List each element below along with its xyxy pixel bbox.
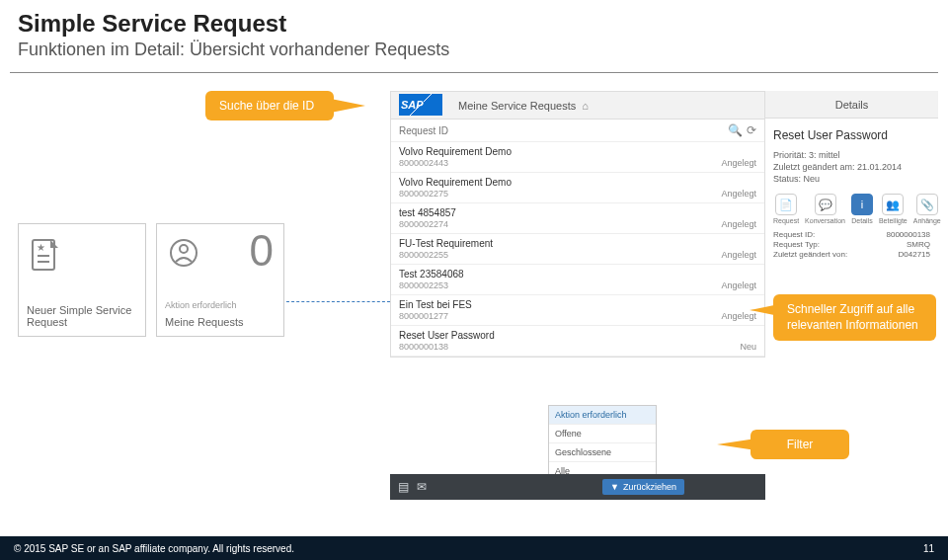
- list-item-title: Test 23584068: [399, 269, 464, 280]
- tab-label: Konversation: [805, 217, 845, 224]
- app-footer-bar: ▤ ✉ ▼ Zurückziehen: [390, 474, 765, 500]
- list-item-title: Volvo Requirement Demo: [399, 177, 512, 188]
- refresh-icon[interactable]: ⟳: [747, 123, 756, 137]
- callout-info: Schneller Zugriff auf alle relevanten In…: [773, 294, 936, 341]
- mail-icon[interactable]: ✉: [417, 480, 427, 494]
- tile-new-request[interactable]: ★ Neuer Simple Service Request: [18, 223, 146, 337]
- details-title: Reset User Password: [773, 128, 930, 142]
- list-item-title: FU-Test Requirement: [399, 238, 493, 249]
- connector-line: [286, 301, 390, 302]
- details-info-row: Zuletzt geändert von:D042715: [773, 250, 930, 259]
- details-tabs: 📄Request💬KonversationiDetails👥Beteiligte…: [773, 194, 930, 224]
- details-info-row: Request Typ:SMRQ: [773, 240, 930, 249]
- tab-icon: 📄: [775, 194, 797, 215]
- page-icon[interactable]: ▤: [398, 480, 409, 494]
- list-item-status: Neu: [740, 342, 756, 352]
- list-item-id: 8000002253: [399, 280, 464, 290]
- home-icon[interactable]: ⌂: [582, 100, 589, 112]
- tile-count: 0: [250, 226, 274, 276]
- details-header: Details: [765, 91, 938, 119]
- tile-my-requests[interactable]: 0 Aktion erforderlich Meine Requests: [156, 223, 284, 337]
- list-item-status: Angelegt: [721, 280, 756, 290]
- tab-label: Anhänge: [913, 217, 941, 224]
- withdraw-button[interactable]: ▼ Zurückziehen: [602, 479, 684, 495]
- list-item-status: Angelegt: [721, 250, 756, 260]
- list-item[interactable]: FU-Test Requirement8000002255Angelegt: [391, 234, 764, 265]
- callout-filter: Filter: [750, 430, 849, 459]
- callout-search: Suche über die ID: [205, 91, 334, 120]
- tab-label: Details: [851, 217, 872, 224]
- search-input[interactable]: [399, 125, 724, 136]
- tile-sublabel: Aktion erforderlich: [165, 300, 276, 310]
- details-priority: Priorität: 3: mittel: [773, 150, 930, 160]
- list-item-id: 8000002275: [399, 189, 512, 199]
- list-item-status: Angelegt: [721, 189, 756, 199]
- filter-dropdown[interactable]: Aktion erforderlichOffeneGeschlosseneAll…: [548, 405, 657, 482]
- document-star-icon: ★: [31, 238, 139, 281]
- svg-text:★: ★: [37, 242, 45, 253]
- tab-icon: 💬: [815, 194, 836, 215]
- slide-subtitle: Funktionen im Detail: Übersicht vorhande…: [18, 40, 930, 60]
- details-tab-beteiligte[interactable]: 👥Beteiligte: [879, 194, 908, 224]
- list-item[interactable]: Volvo Requirement Demo8000002275Angelegt: [391, 173, 764, 203]
- details-status: Status: Neu: [773, 174, 930, 184]
- list-item[interactable]: Volvo Requirement Demo8000002443Angelegt: [391, 142, 764, 173]
- list-item-id: 8000002255: [399, 250, 493, 260]
- list-item-title: Reset User Password: [399, 330, 495, 341]
- list-item[interactable]: Reset User Password8000000138Neu: [391, 326, 764, 357]
- slide-footer: © 2015 SAP SE or an SAP affiliate compan…: [0, 536, 948, 560]
- tile-label: Neuer Simple Service Request: [27, 304, 137, 328]
- dropdown-item[interactable]: Offene: [549, 425, 656, 443]
- tab-icon: i: [851, 194, 873, 215]
- app-header: SAP Meine Service Requests ⌂: [391, 92, 764, 120]
- details-changed: Zuletzt geändert am: 21.01.2014: [773, 162, 930, 172]
- list-item-status: Angelegt: [721, 158, 756, 168]
- list-item[interactable]: test 48548578000002274Angelegt: [391, 203, 764, 234]
- list-item-title: Volvo Requirement Demo: [399, 146, 512, 157]
- list-item-id: 8000001277: [399, 311, 472, 321]
- withdraw-label: Zurückziehen: [623, 482, 676, 492]
- list-item-id: 8000002443: [399, 158, 512, 168]
- tab-icon: 👥: [882, 194, 904, 215]
- dropdown-item[interactable]: Geschlossene: [549, 443, 656, 462]
- filter-icon: ▼: [610, 482, 619, 492]
- copyright: © 2015 SAP SE or an SAP affiliate compan…: [14, 543, 294, 554]
- app-window: SAP Meine Service Requests ⌂ 🔍 ⟳ Volvo R…: [390, 91, 765, 358]
- list-item[interactable]: Test 235840688000002253Angelegt: [391, 265, 764, 295]
- details-info: Request ID:8000000138Request Typ:SMRQZul…: [773, 230, 930, 259]
- details-tab-details[interactable]: iDetails: [851, 194, 873, 224]
- list-item[interactable]: Ein Test bei FES8000001277Angelegt: [391, 295, 764, 326]
- divider: [10, 72, 938, 73]
- tab-icon: 📎: [916, 194, 938, 215]
- tab-label: Request: [773, 217, 799, 224]
- sap-logo: SAP: [399, 94, 442, 116]
- list-item-id: 8000002274: [399, 219, 456, 229]
- list-item-id: 8000000138: [399, 342, 495, 352]
- search-row: 🔍 ⟳: [391, 120, 764, 142]
- details-tab-konversation[interactable]: 💬Konversation: [805, 194, 845, 224]
- list-item-title: Ein Test bei FES: [399, 299, 472, 310]
- dropdown-item[interactable]: Aktion erforderlich: [549, 406, 656, 425]
- details-info-row: Request ID:8000000138: [773, 230, 930, 239]
- tile-label: Meine Requests: [165, 316, 276, 328]
- app-header-title: Meine Service Requests: [458, 100, 576, 112]
- details-panel: Details Reset User Password Priorität: 3…: [765, 91, 938, 270]
- details-tab-anhänge[interactable]: 📎Anhänge: [913, 194, 941, 224]
- request-list: Volvo Requirement Demo8000002443Angelegt…: [391, 142, 764, 357]
- svg-point-6: [180, 245, 188, 253]
- search-icon[interactable]: 🔍: [728, 123, 743, 137]
- page-number: 11: [923, 543, 934, 554]
- list-item-status: Angelegt: [721, 219, 756, 229]
- list-item-title: test 4854857: [399, 207, 456, 218]
- slide-title: Simple Service Request: [18, 10, 930, 38]
- details-tab-request[interactable]: 📄Request: [773, 194, 799, 224]
- tab-label: Beteiligte: [879, 217, 908, 224]
